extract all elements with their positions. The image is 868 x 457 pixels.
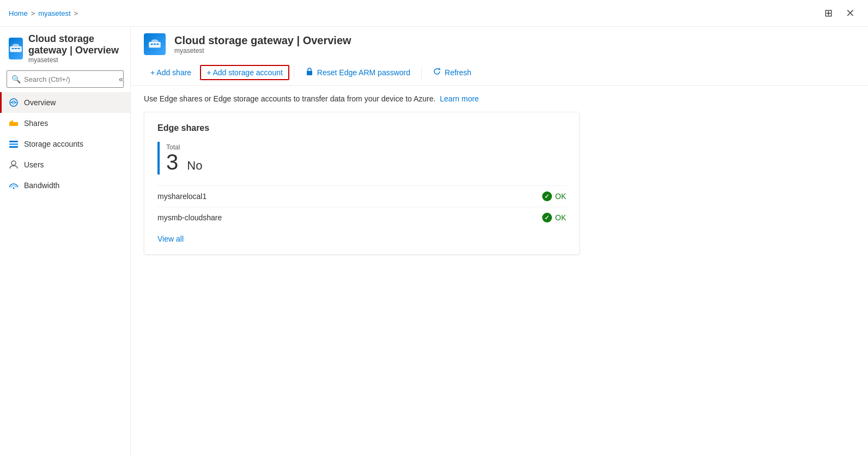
share-status-label-2: OK: [555, 213, 566, 222]
share-status-2: OK: [542, 213, 566, 223]
sidebar-item-storage-accounts[interactable]: Storage accounts: [0, 134, 130, 154]
breadcrumb: Home > myasetest >: [9, 9, 78, 17]
sidebar-item-bandwidth[interactable]: Bandwidth: [0, 175, 130, 196]
svg-rect-15: [307, 71, 312, 75]
main-layout: Cloud storage gateway | Overview myasete…: [0, 27, 868, 457]
sidebar-label-shares: Shares: [24, 119, 48, 128]
ok-icon-1: [542, 191, 552, 201]
svg-point-9: [11, 161, 16, 165]
ok-icon-2: [542, 213, 552, 223]
page-title-row: Cloud storage gateway | Overview myasete…: [144, 33, 855, 59]
breadcrumb-sep2: >: [74, 9, 78, 17]
svg-rect-3: [17, 48, 20, 49]
page-subtitle: myasetest: [174, 47, 351, 55]
add-share-button[interactable]: + Add share: [144, 65, 198, 80]
svg-rect-7: [9, 143, 18, 145]
sidebar-label-users: Users: [24, 160, 44, 169]
refresh-label: Refresh: [445, 68, 471, 77]
sidebar-label-storage-accounts: Storage accounts: [24, 140, 83, 148]
svg-rect-13: [154, 44, 156, 45]
sidebar-label-bandwidth: Bandwidth: [24, 181, 59, 190]
share-status-1: OK: [542, 191, 566, 201]
total-number: 3: [166, 151, 178, 173]
table-row: mysmb-cloudshare OK: [157, 207, 566, 228]
total-suffix: No: [187, 159, 202, 173]
total-bar-indicator: [157, 142, 160, 175]
svg-rect-6: [9, 141, 18, 142]
sidebar-item-users[interactable]: Users: [0, 154, 130, 175]
svg-rect-2: [15, 48, 17, 49]
content-header: Cloud storage gateway | Overview myasete…: [131, 27, 868, 86]
print-button[interactable]: ⊞: [820, 5, 837, 21]
page-title: Cloud storage gateway | Overview: [174, 34, 351, 47]
breadcrumb-myasetest[interactable]: myasetest: [38, 9, 70, 17]
shares-icon: [9, 118, 19, 128]
learn-more-link[interactable]: Learn more: [440, 94, 479, 103]
toolbar-separator-2: [421, 66, 422, 79]
close-button[interactable]: ✕: [841, 4, 859, 22]
svg-rect-8: [9, 146, 18, 148]
total-row: Total 3 No: [157, 142, 566, 175]
sidebar-label-overview: Overview: [24, 98, 56, 107]
sidebar-item-shares[interactable]: Shares: [0, 113, 130, 134]
refresh-icon: [433, 67, 441, 77]
bandwidth-icon: [9, 181, 19, 190]
svg-rect-14: [156, 44, 159, 45]
add-storage-account-button[interactable]: + Add storage account: [200, 65, 289, 80]
app-title-block: Cloud storage gateway | Overview myasete…: [28, 33, 122, 64]
share-status-label-1: OK: [555, 192, 566, 201]
edge-shares-title: Edge shares: [157, 123, 566, 133]
users-icon: [9, 160, 19, 170]
breadcrumb-sep1: >: [31, 9, 35, 17]
collapse-button[interactable]: «: [116, 74, 126, 85]
app-icon: [9, 38, 23, 59]
search-box: 🔍 «: [7, 70, 124, 88]
page-title-text: Cloud storage gateway | Overview myasete…: [174, 34, 351, 55]
app-header: Cloud storage gateway | Overview myasete…: [0, 27, 130, 70]
edge-shares-card: Edge shares Total 3 No mysharelocal1: [144, 112, 580, 255]
toolbar-separator-1: [294, 66, 294, 79]
content-body: Use Edge shares or Edge storage accounts…: [131, 86, 868, 263]
view-all-link[interactable]: View all: [157, 234, 184, 243]
svg-rect-1: [11, 48, 14, 49]
nav-list: Overview Shares Storage: [0, 92, 130, 196]
overview-icon: [9, 98, 19, 107]
sidebar: Cloud storage gateway | Overview myasete…: [0, 27, 131, 457]
svg-rect-12: [150, 44, 153, 45]
reset-arm-label: Reset Edge ARM password: [317, 68, 410, 77]
toolbar: + Add share + Add storage account Reset …: [144, 59, 855, 85]
reset-arm-button[interactable]: Reset Edge ARM password: [299, 64, 417, 81]
share-name-1: mysharelocal1: [157, 192, 207, 201]
refresh-button[interactable]: Refresh: [426, 64, 478, 81]
share-list: mysharelocal1 OK mysmb-cloudshare OK: [157, 185, 566, 228]
breadcrumb-bar: Home > myasetest > ⊞ ✕: [0, 0, 868, 27]
breadcrumb-home[interactable]: Home: [9, 9, 28, 17]
sidebar-item-overview[interactable]: Overview: [0, 92, 130, 113]
search-icon: 🔍: [11, 75, 21, 83]
svg-point-10: [13, 188, 15, 189]
share-name-2: mysmb-cloudshare: [157, 213, 222, 222]
main-content: Cloud storage gateway | Overview myasete…: [131, 27, 868, 457]
storage-accounts-icon: [9, 139, 19, 149]
description-text: Use Edge shares or Edge storage accounts…: [144, 94, 855, 103]
app-title: Cloud storage gateway | Overview: [28, 33, 122, 56]
total-block: Total 3 No: [166, 143, 202, 173]
lock-icon: [305, 67, 314, 77]
table-row: mysharelocal1 OK: [157, 185, 566, 207]
page-icon: [144, 33, 166, 55]
search-input[interactable]: [24, 75, 116, 83]
app-subtitle: myasetest: [28, 56, 122, 64]
